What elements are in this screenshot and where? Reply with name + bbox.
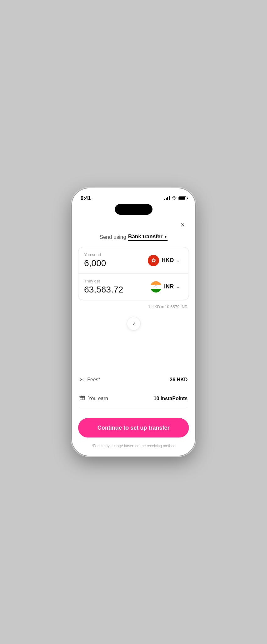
earn-left: You earn	[79, 395, 108, 402]
send-method-arrow-icon: ▼	[164, 234, 168, 239]
you-send-amount[interactable]: 6,000	[84, 258, 145, 268]
gift-icon	[79, 395, 85, 402]
earn-row: You earn 10 InstaPoints	[79, 389, 188, 408]
spacer	[72, 335, 195, 371]
earn-value: 10 InstaPoints	[154, 396, 188, 401]
svg-point-6	[156, 287, 156, 287]
close-button[interactable]: ×	[178, 220, 188, 230]
inr-currency-chevron-icon: ⌄	[176, 284, 180, 289]
status-icons	[164, 196, 186, 201]
earn-label: You earn	[88, 396, 108, 401]
send-using-row: Send using Bank transfer ▼	[72, 232, 195, 247]
fees-label: Fees*	[87, 377, 100, 383]
fees-row: ✂ Fees* 36 HKD	[79, 371, 188, 389]
inr-currency-selector[interactable]: INR ⌄	[147, 279, 183, 294]
disclaimer-text: *Fees may change based on the receiving …	[92, 444, 176, 448]
expand-button[interactable]: ∨	[127, 317, 141, 330]
fees-left: ✂ Fees*	[79, 376, 100, 383]
hkd-flag: ✿	[148, 255, 159, 266]
they-get-amount-section: They get 63,563.72	[84, 279, 147, 295]
inr-flag	[150, 281, 162, 292]
hkd-currency-chevron-icon: ⌄	[176, 258, 180, 263]
they-get-amount[interactable]: 63,563.72	[84, 285, 147, 295]
currency-card: You send 6,000 ✿ HKD ⌄ They get 63,563.7…	[78, 247, 189, 300]
fee-section: ✂ Fees* 36 HKD	[72, 371, 195, 408]
svg-rect-2	[150, 281, 162, 285]
signal-icon	[164, 196, 170, 200]
expand-chevron-icon: ∨	[132, 321, 135, 326]
send-method-selector[interactable]: Bank transfer ▼	[128, 233, 168, 241]
inr-currency-code: INR	[164, 283, 174, 290]
continue-button[interactable]: Continue to set up transfer	[78, 418, 189, 437]
dynamic-island	[115, 204, 152, 215]
svg-rect-4	[150, 289, 162, 292]
they-get-row: They get 63,563.72	[78, 273, 189, 300]
disclaimer: *Fees may change based on the receiving …	[72, 441, 195, 456]
app-content: × Send using Bank transfer ▼ You send 6,…	[72, 215, 195, 456]
battery-icon	[179, 196, 186, 200]
hkd-currency-selector[interactable]: ✿ HKD ⌄	[145, 253, 183, 268]
cta-section: Continue to set up transfer	[72, 411, 195, 441]
exchange-rate-text: 1 HKD = 10.6579 INR	[148, 304, 188, 309]
phone-screen: 9:41	[72, 188, 195, 456]
send-using-label: Send using	[99, 234, 126, 240]
hkd-currency-code: HKD	[162, 257, 174, 264]
status-time: 9:41	[81, 196, 91, 201]
fees-value: 36 HKD	[170, 377, 188, 383]
phone-frame: 9:41	[72, 188, 195, 456]
exchange-rate: 1 HKD = 10.6579 INR	[72, 302, 195, 314]
scissors-icon: ✂	[79, 376, 84, 383]
expand-section: ∨	[72, 314, 195, 335]
you-send-row: You send 6,000 ✿ HKD ⌄	[78, 247, 189, 273]
status-bar: 9:41	[72, 188, 195, 204]
they-get-label: They get	[84, 279, 147, 283]
wifi-icon	[172, 196, 177, 201]
you-send-label: You send	[84, 252, 145, 257]
header: ×	[72, 215, 195, 232]
you-send-amount-section: You send 6,000	[84, 252, 145, 268]
send-method-label: Bank transfer	[128, 233, 163, 240]
